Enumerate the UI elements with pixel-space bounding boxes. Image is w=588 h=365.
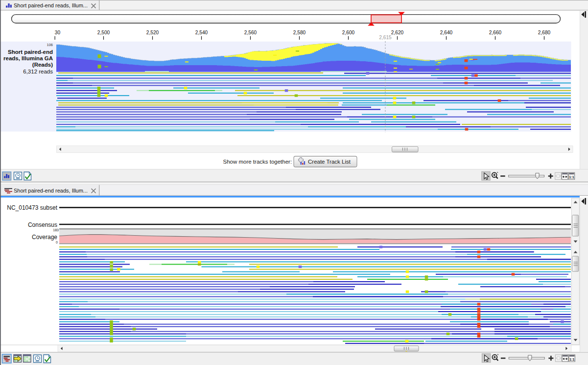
svg-text:NC_010473 subset: NC_010473 subset (7, 204, 57, 211)
svg-text:Show more tracks together:: Show more tracks together: (223, 159, 292, 165)
svg-text:1:1: 1:1 (569, 357, 574, 362)
svg-text:Short paired-end: Short paired-end (8, 49, 53, 55)
svg-text:(Reads): (Reads) (32, 62, 53, 68)
svg-text:30: 30 (55, 30, 61, 35)
svg-text:2,580: 2,580 (293, 30, 306, 35)
svg-text:2,500: 2,500 (97, 30, 110, 35)
svg-text:2,660: 2,660 (489, 30, 502, 35)
svg-text:2,680: 2,680 (538, 30, 551, 35)
svg-text:183: 183 (53, 228, 59, 232)
svg-text:Coverage: Coverage (32, 234, 57, 241)
svg-text:2,600: 2,600 (342, 30, 355, 35)
svg-text:2,540: 2,540 (195, 30, 208, 35)
svg-text:Short paired-end reads, Illum.: Short paired-end reads, Illum... (14, 188, 88, 194)
svg-text:2,620: 2,620 (391, 30, 404, 35)
svg-text:2,615: 2,615 (379, 35, 392, 40)
svg-text:2,520: 2,520 (146, 30, 159, 35)
svg-text:6,312 reads: 6,312 reads (23, 69, 53, 74)
svg-text:0: 0 (56, 241, 58, 244)
svg-text:reads, Illumina GA: reads, Illumina GA (3, 55, 53, 61)
svg-text:Consensus: Consensus (28, 221, 57, 228)
svg-text:106: 106 (47, 43, 53, 47)
svg-text:Create Track List: Create Track List (308, 159, 351, 165)
svg-text:2,560: 2,560 (244, 30, 257, 35)
svg-text:2,640: 2,640 (440, 30, 453, 35)
svg-text:Short paired-end reads, Illum.: Short paired-end reads, Illum... (14, 2, 88, 8)
svg-text:1:1: 1:1 (569, 175, 574, 179)
